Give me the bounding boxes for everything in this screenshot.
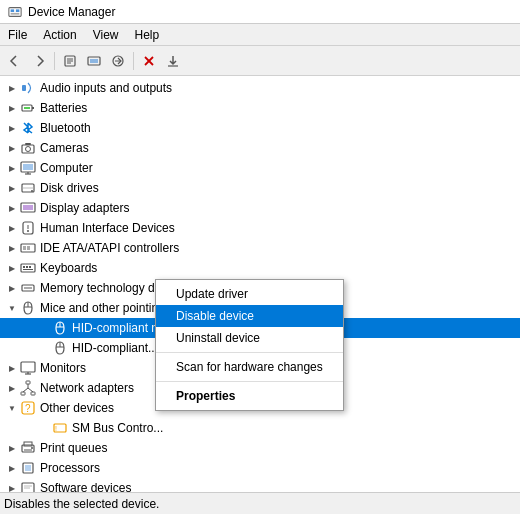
- main-content: ▶ Audio inputs and outputs ▶ Batteries ▶…: [0, 76, 520, 492]
- expand-monitors[interactable]: ▶: [4, 360, 20, 376]
- expand-bluetooth[interactable]: ▶: [4, 120, 20, 136]
- expand-hid[interactable]: ▶: [4, 220, 20, 236]
- svg-rect-15: [22, 85, 26, 91]
- svg-rect-36: [27, 246, 30, 250]
- keyboards-icon: [20, 260, 36, 276]
- svg-line-58: [28, 388, 33, 392]
- expand-processors[interactable]: ▶: [4, 460, 20, 476]
- hid-compliant-label: HID-compliant...: [72, 341, 158, 355]
- tree-item-audio[interactable]: ▶ Audio inputs and outputs: [0, 78, 520, 98]
- displayadapters-label: Display adapters: [40, 201, 129, 215]
- ctx-properties[interactable]: Properties: [156, 385, 343, 407]
- expand-computer[interactable]: ▶: [4, 160, 20, 176]
- computer-label: Computer: [40, 161, 93, 175]
- diskdrives-icon: [20, 180, 36, 196]
- expand-printq[interactable]: ▶: [4, 440, 20, 456]
- tree-item-computer[interactable]: ▶ Computer: [0, 158, 520, 178]
- forward-button[interactable]: [28, 50, 50, 72]
- tree-item-ide[interactable]: ▶ IDE ATA/ATAPI controllers: [0, 238, 520, 258]
- status-text: Disables the selected device.: [4, 497, 159, 511]
- software-icon: [20, 480, 36, 492]
- monitors-icon: [20, 360, 36, 376]
- svg-point-27: [31, 190, 33, 192]
- tree-item-smbus[interactable]: ! SM Bus Contro...: [0, 418, 520, 438]
- expand-network[interactable]: ▶: [4, 380, 20, 396]
- tree-item-hid[interactable]: ▶ Human Interface Devices: [0, 218, 520, 238]
- software-label: Software devices: [40, 481, 131, 492]
- tree-item-diskdrives[interactable]: ▶ Disk drives: [0, 178, 520, 198]
- hid-label: Human Interface Devices: [40, 221, 175, 235]
- processors-icon: [20, 460, 36, 476]
- expand-hid-compliant[interactable]: [36, 340, 52, 356]
- computer-icon: [20, 160, 36, 176]
- tree-item-batteries[interactable]: ▶ Batteries: [0, 98, 520, 118]
- svg-rect-39: [26, 266, 28, 268]
- tree-item-bluetooth[interactable]: ▶ Bluetooth: [0, 118, 520, 138]
- menu-action[interactable]: Action: [35, 24, 84, 45]
- cameras-label: Cameras: [40, 141, 89, 155]
- title-bar-icon: [8, 5, 22, 19]
- update-driver-button[interactable]: [83, 50, 105, 72]
- tree-item-displayadapters[interactable]: ▶ Display adapters: [0, 198, 520, 218]
- expand-batteries[interactable]: ▶: [4, 100, 20, 116]
- expand-software[interactable]: ▶: [4, 480, 20, 492]
- ide-icon: [20, 240, 36, 256]
- svg-rect-3: [11, 12, 20, 14]
- tree-item-processors[interactable]: ▶ Processors: [0, 458, 520, 478]
- hid-compliant-icon: [52, 340, 68, 356]
- other-label: Other devices: [40, 401, 114, 415]
- tree-item-keyboards[interactable]: ▶ Keyboards: [0, 258, 520, 278]
- ctx-separator-2: [156, 381, 343, 382]
- menu-help[interactable]: Help: [127, 24, 168, 45]
- ctx-separator: [156, 352, 343, 353]
- expand-cameras[interactable]: ▶: [4, 140, 20, 156]
- printq-icon: [20, 440, 36, 456]
- ctx-uninstall-device[interactable]: Uninstall device: [156, 327, 343, 349]
- svg-point-66: [31, 447, 33, 449]
- toolbar: [0, 46, 520, 76]
- expand-keyboards[interactable]: ▶: [4, 260, 20, 276]
- menu-file[interactable]: File: [0, 24, 35, 45]
- expand-hid-mouse[interactable]: [36, 320, 52, 336]
- tree-item-cameras[interactable]: ▶ Cameras: [0, 138, 520, 158]
- expand-memtech[interactable]: ▶: [4, 280, 20, 296]
- memtech-icon: [20, 280, 36, 296]
- scan-button[interactable]: [107, 50, 129, 72]
- device-tree[interactable]: ▶ Audio inputs and outputs ▶ Batteries ▶…: [0, 76, 520, 492]
- menu-view[interactable]: View: [85, 24, 127, 45]
- svg-rect-38: [23, 266, 25, 268]
- expand-diskdrives[interactable]: ▶: [4, 180, 20, 196]
- svg-rect-18: [24, 107, 30, 109]
- ide-label: IDE ATA/ATAPI controllers: [40, 241, 179, 255]
- svg-rect-1: [11, 9, 15, 12]
- ctx-scan-hardware[interactable]: Scan for hardware changes: [156, 356, 343, 378]
- svg-rect-30: [23, 205, 33, 210]
- expand-ide[interactable]: ▶: [4, 240, 20, 256]
- expand-displayadapters[interactable]: ▶: [4, 200, 20, 216]
- tree-item-software[interactable]: ▶ Software devices: [0, 478, 520, 492]
- remove-button[interactable]: [138, 50, 160, 72]
- toolbar-sep-2: [133, 52, 134, 70]
- toolbar-sep-1: [54, 52, 55, 70]
- tree-item-printq[interactable]: ▶ Print queues: [0, 438, 520, 458]
- download-button[interactable]: [162, 50, 184, 72]
- audio-icon: [20, 80, 36, 96]
- expand-other[interactable]: ▼: [4, 400, 20, 416]
- ctx-disable-device[interactable]: Disable device: [156, 305, 343, 327]
- printq-label: Print queues: [40, 441, 107, 455]
- title-bar-text: Device Manager: [28, 5, 115, 19]
- processors-label: Processors: [40, 461, 100, 475]
- network-icon: [20, 380, 36, 396]
- back-button[interactable]: [4, 50, 26, 72]
- ctx-update-driver[interactable]: Update driver: [156, 283, 343, 305]
- svg-rect-9: [90, 59, 98, 63]
- expand-smbus[interactable]: [36, 420, 52, 436]
- svg-text:!: !: [55, 425, 57, 432]
- batteries-icon: [20, 100, 36, 116]
- menu-bar: File Action View Help: [0, 24, 520, 46]
- svg-rect-55: [31, 392, 35, 395]
- properties-button[interactable]: [59, 50, 81, 72]
- expand-audio[interactable]: ▶: [4, 80, 20, 96]
- svg-rect-21: [25, 143, 31, 145]
- expand-mice[interactable]: ▼: [4, 300, 20, 316]
